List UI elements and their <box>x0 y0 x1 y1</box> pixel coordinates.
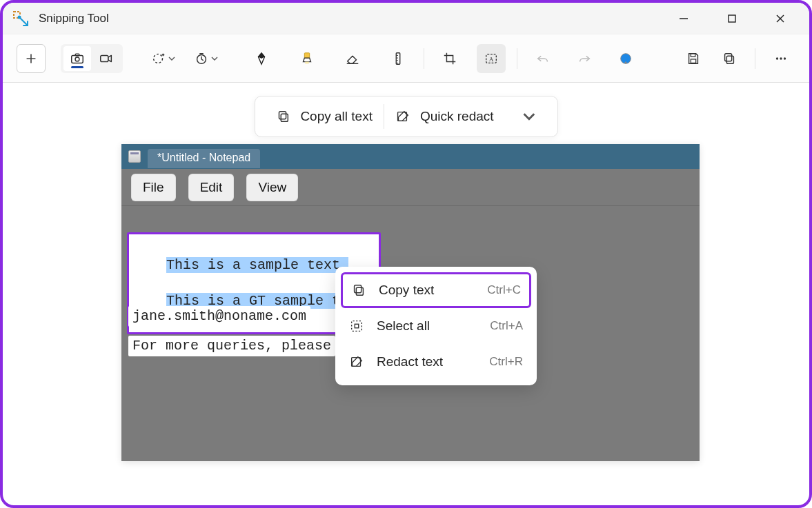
close-button[interactable] <box>765 6 795 31</box>
svg-rect-8 <box>72 55 83 63</box>
svg-point-33 <box>626 59 628 61</box>
svg-point-9 <box>75 57 79 61</box>
svg-rect-42 <box>279 112 286 119</box>
copy-all-text-label: Copy all text <box>300 109 373 124</box>
svg-point-40 <box>784 57 786 59</box>
toolbar: A <box>3 34 809 83</box>
svg-rect-3 <box>729 15 735 22</box>
svg-rect-47 <box>355 324 359 328</box>
ruler-tool-button[interactable] <box>384 44 413 73</box>
chevron-down-icon <box>522 109 537 124</box>
eraser-tool-button[interactable] <box>338 44 367 73</box>
svg-point-39 <box>780 57 782 59</box>
svg-rect-37 <box>725 53 732 61</box>
ocr-email-block[interactable]: jane.smith@noname.com <box>128 306 310 327</box>
context-menu-label: Redact text <box>377 354 443 369</box>
svg-rect-22 <box>396 52 400 64</box>
save-button[interactable] <box>679 44 708 73</box>
text-action-bar: Copy all text Quick redact <box>254 96 557 137</box>
svg-rect-20 <box>305 61 309 63</box>
context-menu-select-all[interactable]: Select all Ctrl+A <box>341 308 531 344</box>
undo-button[interactable] <box>528 44 557 73</box>
window-controls <box>669 6 804 31</box>
redo-button[interactable] <box>570 44 599 73</box>
chevron-down-icon <box>168 54 176 63</box>
svg-rect-19 <box>304 52 309 57</box>
svg-point-30 <box>622 56 624 58</box>
crop-tool-button[interactable] <box>435 44 464 73</box>
notepad-menubar: File Edit View <box>121 169 700 206</box>
svg-line-17 <box>201 59 204 60</box>
maximize-button[interactable] <box>717 6 747 31</box>
svg-rect-45 <box>355 285 362 293</box>
svg-point-1 <box>18 15 21 19</box>
video-mode-button[interactable] <box>92 46 120 71</box>
highlighter-tool-button[interactable] <box>293 44 321 73</box>
delay-dropdown[interactable] <box>192 44 221 73</box>
titlebar: Snipping Tool <box>3 3 809 34</box>
notepad-menu-edit[interactable]: Edit <box>188 174 235 201</box>
pen-tool-button[interactable] <box>247 44 276 73</box>
notepad-tab-title: *Untitled - Notepad <box>148 149 260 168</box>
mode-toggle <box>61 44 123 73</box>
redact-icon <box>395 109 410 124</box>
notepad-icon <box>128 150 141 163</box>
new-snip-button[interactable] <box>17 44 46 73</box>
ocr-line-1: This is a sample text. <box>166 257 348 273</box>
context-menu-shortcut: Ctrl+A <box>490 319 523 333</box>
copy-all-text-button[interactable]: Copy all text <box>264 96 384 136</box>
svg-text:A: A <box>489 55 494 62</box>
svg-rect-44 <box>356 287 363 295</box>
svg-point-12 <box>154 54 163 63</box>
context-menu-shortcut: Ctrl+C <box>487 283 521 297</box>
svg-rect-41 <box>281 114 288 121</box>
app-title: Snipping Tool <box>39 12 109 26</box>
minimize-button[interactable] <box>669 6 699 31</box>
copy-icon <box>351 283 366 298</box>
quick-redact-button[interactable]: Quick redact <box>384 96 548 136</box>
notepad-menu-file[interactable]: File <box>131 174 176 201</box>
more-button[interactable] <box>766 44 795 73</box>
context-menu-label: Select all <box>377 318 430 334</box>
chevron-down-icon <box>210 54 219 63</box>
photo-mode-button[interactable] <box>63 46 91 71</box>
svg-rect-10 <box>75 54 79 56</box>
notepad-menu-view[interactable]: View <box>246 174 298 201</box>
svg-rect-35 <box>691 59 695 63</box>
quick-redact-label: Quick redact <box>420 109 494 124</box>
svg-rect-11 <box>101 55 108 61</box>
svg-point-32 <box>627 56 629 58</box>
context-menu: Copy text Ctrl+C Select all Ctrl+A Redac… <box>335 267 537 385</box>
svg-point-31 <box>624 54 626 57</box>
notepad-titlebar: *Untitled - Notepad <box>121 144 700 169</box>
copy-icon <box>275 109 290 124</box>
select-all-icon <box>349 318 364 334</box>
copy-button[interactable] <box>715 44 744 73</box>
app-icon <box>12 10 29 27</box>
ocr-more-block[interactable]: For more queries, please <box>128 336 335 356</box>
redact-icon <box>349 354 364 369</box>
svg-rect-36 <box>726 56 733 63</box>
edit-in-paint-button[interactable] <box>611 44 640 73</box>
svg-point-38 <box>776 57 778 59</box>
snip-shape-dropdown[interactable] <box>149 44 178 73</box>
context-menu-copy-text[interactable]: Copy text Ctrl+C <box>341 272 531 308</box>
context-menu-redact-text[interactable]: Redact text Ctrl+R <box>341 344 531 380</box>
svg-rect-46 <box>352 321 362 332</box>
context-menu-label: Copy text <box>379 283 434 298</box>
text-actions-button[interactable]: A <box>477 44 506 73</box>
context-menu-shortcut: Ctrl+R <box>489 355 523 369</box>
